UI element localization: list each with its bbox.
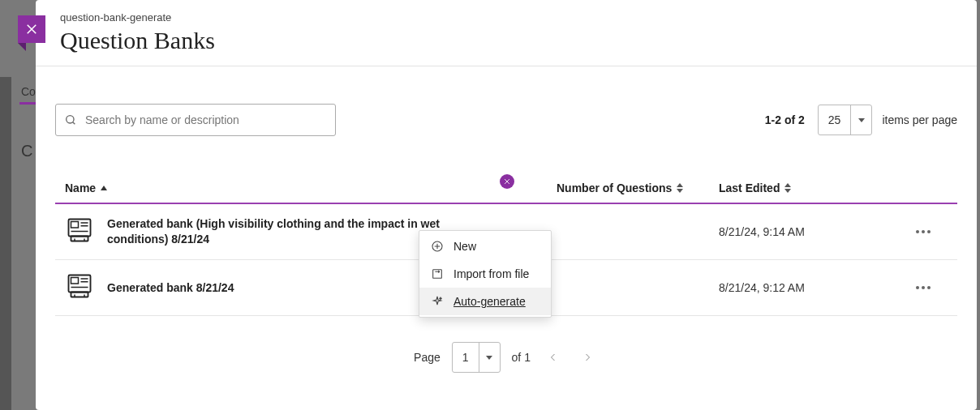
column-edited-label: Last Edited: [719, 182, 780, 194]
row-name: Generated bank (High visibility clothing…: [107, 216, 448, 247]
column-last-edited[interactable]: Last Edited: [719, 182, 899, 194]
plus-circle-icon: [431, 240, 444, 253]
chevron-right-icon: [582, 352, 592, 362]
menu-item-label: New: [453, 240, 476, 253]
column-num-label: Number of Questions: [557, 182, 672, 194]
import-icon: [431, 267, 444, 280]
add-question-bank-button[interactable]: [500, 174, 514, 189]
row-actions-button[interactable]: [899, 286, 948, 289]
column-name-label: Name: [65, 182, 96, 194]
svg-point-0: [67, 116, 74, 123]
sparkle-icon: [431, 295, 444, 308]
page-title: Question Banks: [60, 27, 952, 54]
menu-item-import[interactable]: Import from file: [419, 260, 551, 288]
more-icon: [916, 286, 931, 289]
search-field-wrap[interactable]: [55, 104, 336, 136]
question-bank-icon: [65, 271, 94, 304]
svg-rect-10: [71, 278, 79, 284]
backdrop-tab-underline: [19, 102, 36, 105]
backdrop-tab: Co: [21, 85, 36, 98]
close-small-icon: [503, 177, 511, 186]
items-per-page-select[interactable]: 25: [818, 105, 873, 135]
toolbar: 1-2 of 2 25 items per page: [36, 66, 977, 136]
page-label: Page: [414, 351, 441, 364]
next-page-button[interactable]: [576, 346, 599, 369]
prev-page-button[interactable]: [542, 346, 565, 369]
pagination: Page 1 of 1: [36, 316, 977, 373]
sort-both-icon: [784, 183, 791, 193]
row-last-edited: 8/21/24, 9:12 AM: [719, 281, 899, 294]
column-actions: [899, 182, 948, 194]
breadcrumb: question-bank-generate: [60, 11, 952, 23]
chevron-down-icon: [850, 105, 871, 135]
search-icon: [64, 113, 77, 126]
search-input[interactable]: [84, 113, 327, 127]
add-menu: New Import from file Auto-generate: [419, 230, 552, 318]
close-panel-button[interactable]: [18, 15, 45, 43]
question-bank-icon: [65, 216, 94, 248]
items-per-page-value: 25: [819, 113, 851, 126]
question-banks-panel: question-bank-generate Question Banks 1-…: [36, 0, 977, 410]
svg-rect-2: [71, 222, 79, 228]
page-of-text: of 1: [512, 351, 531, 364]
sort-both-icon: [677, 183, 683, 193]
backdrop-stripe: [0, 77, 11, 410]
row-actions-button[interactable]: [899, 230, 948, 233]
svg-rect-18: [433, 270, 442, 279]
menu-item-new[interactable]: New: [419, 233, 551, 260]
menu-item-label: Import from file: [453, 267, 529, 280]
more-icon: [916, 230, 931, 233]
page-value: 1: [453, 351, 479, 364]
backdrop-letter: C: [21, 142, 32, 160]
items-per-page-label: items per page: [882, 113, 957, 126]
menu-item-label: Auto-generate: [453, 295, 526, 308]
svg-rect-14: [71, 293, 88, 297]
column-name[interactable]: Name: [65, 182, 557, 194]
menu-item-auto-generate[interactable]: Auto-generate: [419, 288, 551, 315]
chevron-left-icon: [548, 352, 558, 362]
sort-asc-icon: [101, 186, 107, 190]
panel-header: question-bank-generate Question Banks: [36, 0, 977, 66]
row-last-edited: 8/21/24, 9:14 AM: [719, 225, 899, 238]
close-icon: [24, 22, 39, 36]
row-name: Generated bank 8/21/24: [107, 280, 234, 296]
result-count: 1-2 of 2: [765, 113, 805, 126]
svg-rect-6: [71, 237, 88, 241]
page-select[interactable]: 1: [452, 342, 501, 373]
column-number-of-questions[interactable]: Number of Questions: [557, 182, 719, 194]
chevron-down-icon: [479, 343, 500, 372]
